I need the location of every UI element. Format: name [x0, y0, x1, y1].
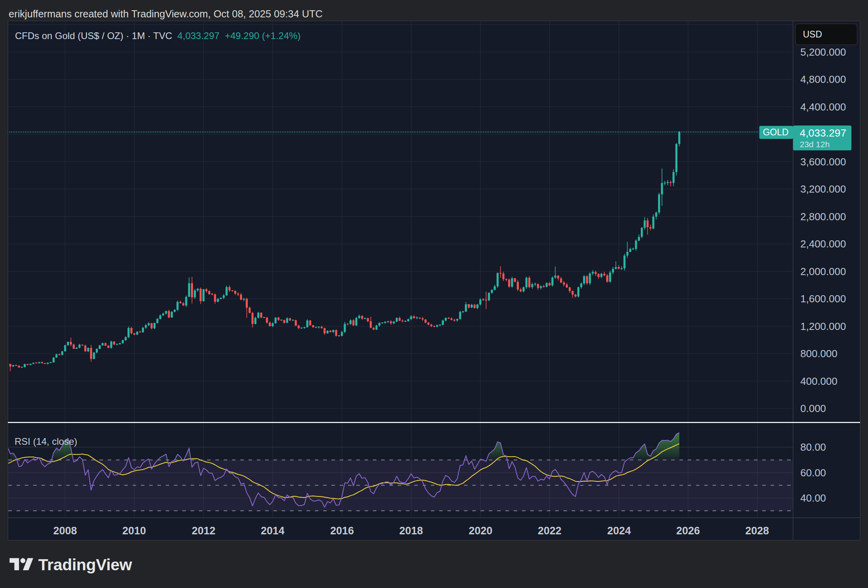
svg-text:2020: 2020	[469, 525, 492, 537]
svg-text:4,800.000: 4,800.000	[801, 73, 846, 85]
svg-text:3,600.000: 3,600.000	[801, 156, 846, 168]
svg-text:2,000.000: 2,000.000	[801, 266, 846, 277]
svg-text:1,600.000: 1,600.000	[801, 293, 846, 305]
svg-text:2028: 2028	[745, 525, 769, 537]
svg-text:USD: USD	[803, 29, 822, 39]
svg-text:2016: 2016	[330, 525, 354, 537]
svg-text:800.000: 800.000	[801, 348, 838, 360]
svg-text:3,200.000: 3,200.000	[801, 183, 846, 195]
svg-text:0.000: 0.000	[801, 403, 826, 414]
svg-text:2,800.000: 2,800.000	[801, 211, 846, 223]
svg-text:23d 12h: 23d 12h	[800, 140, 830, 149]
svg-text:erikjuffermans created with Tr: erikjuffermans created with TradingView.…	[9, 8, 323, 19]
svg-text:GOLD: GOLD	[763, 127, 788, 137]
svg-text:2,400.000: 2,400.000	[801, 238, 846, 250]
svg-text:80.00: 80.00	[801, 441, 826, 453]
svg-text:60.00: 60.00	[801, 467, 826, 479]
svg-text:2014: 2014	[261, 525, 284, 537]
svg-text:TradingView: TradingView	[38, 556, 132, 574]
svg-text:1,200.000: 1,200.000	[801, 320, 846, 332]
svg-text:2018: 2018	[399, 525, 423, 537]
svg-text:400.000: 400.000	[801, 375, 838, 387]
svg-text:CFDs on Gold (US$ / OZ) · 1M ·: CFDs on Gold (US$ / OZ) · 1M · TVC 4,033…	[15, 30, 301, 41]
svg-text:RSI (14, close): RSI (14, close)	[15, 436, 77, 447]
svg-text:2012: 2012	[192, 525, 215, 537]
svg-text:2008: 2008	[53, 525, 77, 537]
svg-text:2010: 2010	[122, 525, 146, 537]
svg-text:2026: 2026	[676, 525, 700, 537]
svg-text:5,200.000: 5,200.000	[801, 46, 846, 58]
svg-text:4,400.000: 4,400.000	[801, 101, 846, 113]
svg-text:4,033.297: 4,033.297	[800, 127, 846, 139]
svg-text:2022: 2022	[538, 525, 561, 537]
svg-text:40.00: 40.00	[801, 492, 826, 504]
svg-text:2024: 2024	[607, 525, 631, 537]
